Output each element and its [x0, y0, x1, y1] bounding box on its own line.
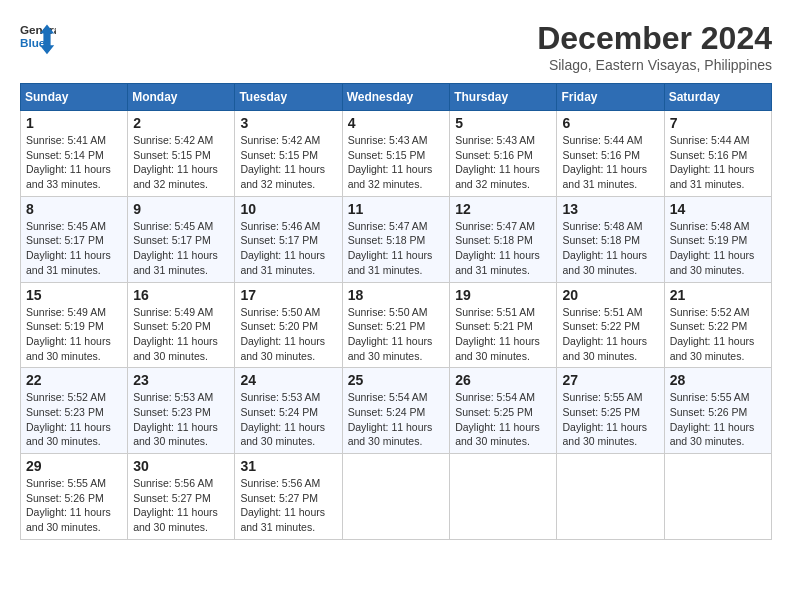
day-number: 12 [455, 201, 551, 217]
table-row: 1 Sunrise: 5:41 AMSunset: 5:14 PMDayligh… [21, 111, 128, 197]
day-info: Sunrise: 5:48 AMSunset: 5:19 PMDaylight:… [670, 220, 755, 276]
day-info: Sunrise: 5:46 AMSunset: 5:17 PMDaylight:… [240, 220, 325, 276]
table-row: 5 Sunrise: 5:43 AMSunset: 5:16 PMDayligh… [450, 111, 557, 197]
day-header-saturday: Saturday [664, 84, 771, 111]
day-info: Sunrise: 5:42 AMSunset: 5:15 PMDaylight:… [240, 134, 325, 190]
table-row: 4 Sunrise: 5:43 AMSunset: 5:15 PMDayligh… [342, 111, 450, 197]
logo: General Blue [20, 20, 56, 56]
day-info: Sunrise: 5:47 AMSunset: 5:18 PMDaylight:… [455, 220, 540, 276]
day-info: Sunrise: 5:55 AMSunset: 5:25 PMDaylight:… [562, 391, 647, 447]
day-info: Sunrise: 5:52 AMSunset: 5:23 PMDaylight:… [26, 391, 111, 447]
day-header-sunday: Sunday [21, 84, 128, 111]
day-number: 3 [240, 115, 336, 131]
day-info: Sunrise: 5:49 AMSunset: 5:20 PMDaylight:… [133, 306, 218, 362]
day-number: 5 [455, 115, 551, 131]
day-info: Sunrise: 5:55 AMSunset: 5:26 PMDaylight:… [670, 391, 755, 447]
table-row: 12 Sunrise: 5:47 AMSunset: 5:18 PMDaylig… [450, 196, 557, 282]
table-row: 21 Sunrise: 5:52 AMSunset: 5:22 PMDaylig… [664, 282, 771, 368]
calendar-table: SundayMondayTuesdayWednesdayThursdayFrid… [20, 83, 772, 540]
day-number: 16 [133, 287, 229, 303]
table-row: 2 Sunrise: 5:42 AMSunset: 5:15 PMDayligh… [128, 111, 235, 197]
day-info: Sunrise: 5:47 AMSunset: 5:18 PMDaylight:… [348, 220, 433, 276]
day-number: 27 [562, 372, 658, 388]
day-info: Sunrise: 5:43 AMSunset: 5:16 PMDaylight:… [455, 134, 540, 190]
page-header: General Blue December 2024 Silago, Easte… [20, 20, 772, 73]
day-info: Sunrise: 5:48 AMSunset: 5:18 PMDaylight:… [562, 220, 647, 276]
table-row [342, 454, 450, 540]
day-number: 1 [26, 115, 122, 131]
day-header-friday: Friday [557, 84, 664, 111]
table-row: 18 Sunrise: 5:50 AMSunset: 5:21 PMDaylig… [342, 282, 450, 368]
table-row [664, 454, 771, 540]
day-number: 24 [240, 372, 336, 388]
table-row: 20 Sunrise: 5:51 AMSunset: 5:22 PMDaylig… [557, 282, 664, 368]
table-row: 14 Sunrise: 5:48 AMSunset: 5:19 PMDaylig… [664, 196, 771, 282]
day-number: 19 [455, 287, 551, 303]
table-row: 17 Sunrise: 5:50 AMSunset: 5:20 PMDaylig… [235, 282, 342, 368]
table-row: 6 Sunrise: 5:44 AMSunset: 5:16 PMDayligh… [557, 111, 664, 197]
day-info: Sunrise: 5:55 AMSunset: 5:26 PMDaylight:… [26, 477, 111, 533]
calendar-week-2: 8 Sunrise: 5:45 AMSunset: 5:17 PMDayligh… [21, 196, 772, 282]
table-row: 23 Sunrise: 5:53 AMSunset: 5:23 PMDaylig… [128, 368, 235, 454]
day-number: 6 [562, 115, 658, 131]
logo-icon: General Blue [20, 20, 56, 56]
table-row: 11 Sunrise: 5:47 AMSunset: 5:18 PMDaylig… [342, 196, 450, 282]
day-number: 22 [26, 372, 122, 388]
day-info: Sunrise: 5:44 AMSunset: 5:16 PMDaylight:… [562, 134, 647, 190]
day-number: 10 [240, 201, 336, 217]
day-number: 20 [562, 287, 658, 303]
day-number: 14 [670, 201, 766, 217]
calendar-week-5: 29 Sunrise: 5:55 AMSunset: 5:26 PMDaylig… [21, 454, 772, 540]
day-number: 17 [240, 287, 336, 303]
day-number: 9 [133, 201, 229, 217]
table-row: 26 Sunrise: 5:54 AMSunset: 5:25 PMDaylig… [450, 368, 557, 454]
calendar-week-4: 22 Sunrise: 5:52 AMSunset: 5:23 PMDaylig… [21, 368, 772, 454]
day-number: 2 [133, 115, 229, 131]
day-info: Sunrise: 5:41 AMSunset: 5:14 PMDaylight:… [26, 134, 111, 190]
day-number: 26 [455, 372, 551, 388]
table-row [557, 454, 664, 540]
day-header-thursday: Thursday [450, 84, 557, 111]
day-info: Sunrise: 5:45 AMSunset: 5:17 PMDaylight:… [133, 220, 218, 276]
day-number: 7 [670, 115, 766, 131]
table-row: 24 Sunrise: 5:53 AMSunset: 5:24 PMDaylig… [235, 368, 342, 454]
day-info: Sunrise: 5:56 AMSunset: 5:27 PMDaylight:… [133, 477, 218, 533]
day-number: 25 [348, 372, 445, 388]
day-number: 11 [348, 201, 445, 217]
title-area: December 2024 Silago, Eastern Visayas, P… [537, 20, 772, 73]
page-subtitle: Silago, Eastern Visayas, Philippines [537, 57, 772, 73]
table-row: 27 Sunrise: 5:55 AMSunset: 5:25 PMDaylig… [557, 368, 664, 454]
day-number: 28 [670, 372, 766, 388]
table-row: 25 Sunrise: 5:54 AMSunset: 5:24 PMDaylig… [342, 368, 450, 454]
day-info: Sunrise: 5:54 AMSunset: 5:25 PMDaylight:… [455, 391, 540, 447]
table-row: 29 Sunrise: 5:55 AMSunset: 5:26 PMDaylig… [21, 454, 128, 540]
table-row: 13 Sunrise: 5:48 AMSunset: 5:18 PMDaylig… [557, 196, 664, 282]
day-info: Sunrise: 5:51 AMSunset: 5:21 PMDaylight:… [455, 306, 540, 362]
day-header-wednesday: Wednesday [342, 84, 450, 111]
day-header-monday: Monday [128, 84, 235, 111]
table-row: 31 Sunrise: 5:56 AMSunset: 5:27 PMDaylig… [235, 454, 342, 540]
table-row: 15 Sunrise: 5:49 AMSunset: 5:19 PMDaylig… [21, 282, 128, 368]
day-info: Sunrise: 5:50 AMSunset: 5:21 PMDaylight:… [348, 306, 433, 362]
table-row: 3 Sunrise: 5:42 AMSunset: 5:15 PMDayligh… [235, 111, 342, 197]
table-row: 9 Sunrise: 5:45 AMSunset: 5:17 PMDayligh… [128, 196, 235, 282]
day-info: Sunrise: 5:54 AMSunset: 5:24 PMDaylight:… [348, 391, 433, 447]
table-row: 16 Sunrise: 5:49 AMSunset: 5:20 PMDaylig… [128, 282, 235, 368]
day-info: Sunrise: 5:52 AMSunset: 5:22 PMDaylight:… [670, 306, 755, 362]
day-number: 15 [26, 287, 122, 303]
day-info: Sunrise: 5:53 AMSunset: 5:24 PMDaylight:… [240, 391, 325, 447]
day-number: 4 [348, 115, 445, 131]
day-number: 23 [133, 372, 229, 388]
table-row: 22 Sunrise: 5:52 AMSunset: 5:23 PMDaylig… [21, 368, 128, 454]
day-info: Sunrise: 5:51 AMSunset: 5:22 PMDaylight:… [562, 306, 647, 362]
table-row: 7 Sunrise: 5:44 AMSunset: 5:16 PMDayligh… [664, 111, 771, 197]
day-info: Sunrise: 5:44 AMSunset: 5:16 PMDaylight:… [670, 134, 755, 190]
day-number: 21 [670, 287, 766, 303]
page-title: December 2024 [537, 20, 772, 57]
table-row: 8 Sunrise: 5:45 AMSunset: 5:17 PMDayligh… [21, 196, 128, 282]
table-row: 10 Sunrise: 5:46 AMSunset: 5:17 PMDaylig… [235, 196, 342, 282]
day-info: Sunrise: 5:43 AMSunset: 5:15 PMDaylight:… [348, 134, 433, 190]
calendar-week-1: 1 Sunrise: 5:41 AMSunset: 5:14 PMDayligh… [21, 111, 772, 197]
day-info: Sunrise: 5:56 AMSunset: 5:27 PMDaylight:… [240, 477, 325, 533]
day-info: Sunrise: 5:45 AMSunset: 5:17 PMDaylight:… [26, 220, 111, 276]
